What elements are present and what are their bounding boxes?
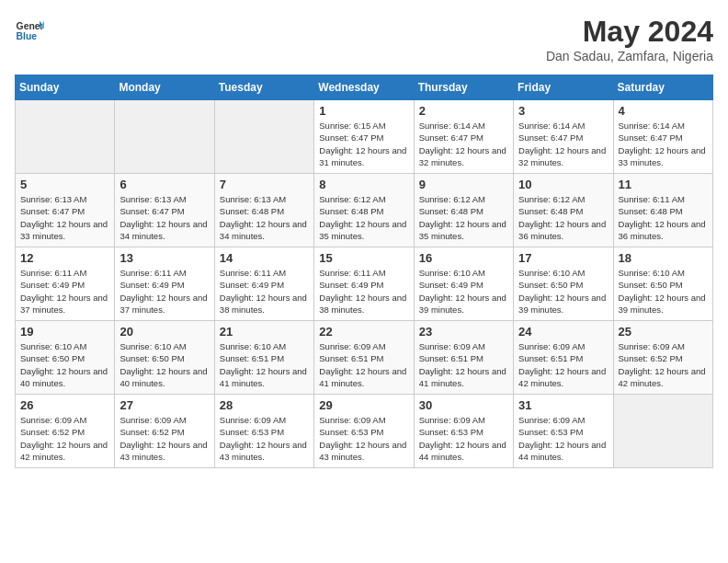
day-info: Sunrise: 6:09 AMSunset: 6:51 PMDaylight:… [518, 340, 608, 389]
day-number: 19 [20, 325, 109, 339]
day-info: Sunrise: 6:09 AMSunset: 6:51 PMDaylight:… [419, 340, 508, 389]
day-info: Sunrise: 6:11 AMSunset: 6:49 PMDaylight:… [119, 267, 209, 316]
day-info: Sunrise: 6:14 AMSunset: 6:47 PMDaylight:… [419, 120, 508, 168]
calendar-cell: 22Sunrise: 6:09 AMSunset: 6:51 PMDayligh… [314, 321, 414, 395]
calendar-cell [214, 100, 313, 174]
day-info: Sunrise: 6:09 AMSunset: 6:53 PMDaylight:… [319, 414, 408, 463]
day-number: 27 [119, 398, 209, 412]
calendar-cell: 4Sunrise: 6:14 AMSunset: 6:47 PMDaylight… [613, 100, 712, 174]
day-number: 6 [119, 178, 209, 191]
calendar-subtitle: Dan Sadau, Zamfara, Nigeria [546, 49, 713, 63]
day-number: 5 [20, 178, 109, 191]
day-number: 28 [220, 398, 309, 412]
calendar-cell: 2Sunrise: 6:14 AMSunset: 6:47 PMDaylight… [414, 100, 513, 174]
column-header-sunday: Sunday [16, 75, 115, 100]
day-info: Sunrise: 6:09 AMSunset: 6:51 PMDaylight:… [319, 340, 408, 389]
calendar-cell: 5Sunrise: 6:13 AMSunset: 6:47 PMDaylight… [16, 174, 115, 247]
calendar-cell: 25Sunrise: 6:09 AMSunset: 6:52 PMDayligh… [613, 321, 712, 395]
day-number: 2 [419, 104, 508, 118]
day-number: 30 [419, 398, 508, 412]
day-info: Sunrise: 6:11 AMSunset: 6:49 PMDaylight:… [20, 267, 109, 316]
day-info: Sunrise: 6:10 AMSunset: 6:50 PMDaylight:… [619, 267, 708, 316]
calendar-table: SundayMondayTuesdayWednesdayThursdayFrid… [15, 75, 713, 468]
day-number: 12 [20, 251, 109, 265]
day-info: Sunrise: 6:14 AMSunset: 6:47 PMDaylight:… [619, 120, 708, 168]
day-info: Sunrise: 6:11 AMSunset: 6:48 PMDaylight:… [619, 193, 708, 242]
calendar-cell: 28Sunrise: 6:09 AMSunset: 6:53 PMDayligh… [214, 395, 313, 468]
day-info: Sunrise: 6:12 AMSunset: 6:48 PMDaylight:… [419, 193, 508, 242]
day-info: Sunrise: 6:13 AMSunset: 6:48 PMDaylight:… [220, 193, 309, 242]
day-info: Sunrise: 6:10 AMSunset: 6:49 PMDaylight:… [419, 267, 508, 316]
day-number: 20 [119, 325, 209, 339]
calendar-cell: 10Sunrise: 6:12 AMSunset: 6:48 PMDayligh… [514, 174, 613, 247]
day-info: Sunrise: 6:10 AMSunset: 6:50 PMDaylight:… [20, 340, 109, 389]
calendar-cell: 15Sunrise: 6:11 AMSunset: 6:49 PMDayligh… [314, 247, 414, 321]
day-number: 16 [419, 251, 508, 265]
calendar-cell: 29Sunrise: 6:09 AMSunset: 6:53 PMDayligh… [314, 395, 414, 468]
day-number: 13 [119, 251, 209, 265]
day-info: Sunrise: 6:09 AMSunset: 6:52 PMDaylight:… [619, 340, 708, 389]
calendar-body: 1Sunrise: 6:15 AMSunset: 6:47 PMDaylight… [16, 100, 713, 468]
column-header-wednesday: Wednesday [314, 75, 414, 100]
day-info: Sunrise: 6:09 AMSunset: 6:52 PMDaylight:… [119, 414, 209, 463]
day-info: Sunrise: 6:09 AMSunset: 6:53 PMDaylight:… [419, 414, 508, 463]
day-info: Sunrise: 6:11 AMSunset: 6:49 PMDaylight:… [319, 267, 408, 316]
day-info: Sunrise: 6:12 AMSunset: 6:48 PMDaylight:… [319, 193, 408, 242]
calendar-cell: 31Sunrise: 6:09 AMSunset: 6:53 PMDayligh… [514, 395, 613, 468]
calendar-cell: 9Sunrise: 6:12 AMSunset: 6:48 PMDaylight… [414, 174, 513, 247]
day-info: Sunrise: 6:09 AMSunset: 6:52 PMDaylight:… [20, 414, 109, 463]
column-header-tuesday: Tuesday [214, 75, 313, 100]
calendar-header-row: SundayMondayTuesdayWednesdayThursdayFrid… [16, 75, 713, 100]
week-row-1: 1Sunrise: 6:15 AMSunset: 6:47 PMDaylight… [16, 100, 713, 174]
day-number: 23 [419, 325, 508, 339]
day-number: 11 [619, 178, 708, 191]
calendar-cell: 13Sunrise: 6:11 AMSunset: 6:49 PMDayligh… [115, 247, 214, 321]
calendar-cell: 19Sunrise: 6:10 AMSunset: 6:50 PMDayligh… [16, 321, 115, 395]
calendar-cell: 26Sunrise: 6:09 AMSunset: 6:52 PMDayligh… [16, 395, 115, 468]
calendar-cell: 30Sunrise: 6:09 AMSunset: 6:53 PMDayligh… [414, 395, 513, 468]
calendar-cell: 8Sunrise: 6:12 AMSunset: 6:48 PMDaylight… [314, 174, 414, 247]
day-number: 24 [518, 325, 608, 339]
day-number: 17 [518, 251, 608, 265]
calendar-cell [16, 100, 115, 174]
day-number: 8 [319, 178, 408, 191]
calendar-cell: 17Sunrise: 6:10 AMSunset: 6:50 PMDayligh… [514, 247, 613, 321]
calendar-cell: 14Sunrise: 6:11 AMSunset: 6:49 PMDayligh… [214, 247, 313, 321]
day-info: Sunrise: 6:10 AMSunset: 6:50 PMDaylight:… [518, 267, 608, 316]
day-number: 14 [220, 251, 309, 265]
svg-text:Blue: Blue [17, 31, 38, 41]
calendar-cell [613, 395, 712, 468]
day-number: 9 [419, 178, 508, 191]
week-row-3: 12Sunrise: 6:11 AMSunset: 6:49 PMDayligh… [16, 247, 713, 321]
day-info: Sunrise: 6:13 AMSunset: 6:47 PMDaylight:… [20, 193, 109, 242]
page-header: General Blue May 2024 Dan Sadau, Zamfara… [15, 15, 713, 63]
day-info: Sunrise: 6:11 AMSunset: 6:49 PMDaylight:… [220, 267, 309, 316]
day-number: 22 [319, 325, 408, 339]
day-number: 4 [619, 104, 708, 118]
day-number: 15 [319, 251, 408, 265]
calendar-cell: 6Sunrise: 6:13 AMSunset: 6:47 PMDaylight… [115, 174, 214, 247]
title-block: May 2024 Dan Sadau, Zamfara, Nigeria [546, 15, 713, 63]
calendar-cell: 24Sunrise: 6:09 AMSunset: 6:51 PMDayligh… [514, 321, 613, 395]
calendar-cell: 21Sunrise: 6:10 AMSunset: 6:51 PMDayligh… [214, 321, 313, 395]
day-number: 25 [619, 325, 708, 339]
day-number: 18 [619, 251, 708, 265]
week-row-2: 5Sunrise: 6:13 AMSunset: 6:47 PMDaylight… [16, 174, 713, 247]
calendar-cell: 11Sunrise: 6:11 AMSunset: 6:48 PMDayligh… [613, 174, 712, 247]
calendar-cell: 1Sunrise: 6:15 AMSunset: 6:47 PMDaylight… [314, 100, 414, 174]
column-header-friday: Friday [514, 75, 613, 100]
day-number: 10 [518, 178, 608, 191]
day-info: Sunrise: 6:09 AMSunset: 6:53 PMDaylight:… [518, 414, 608, 463]
calendar-title: May 2024 [546, 15, 713, 49]
day-info: Sunrise: 6:13 AMSunset: 6:47 PMDaylight:… [119, 193, 209, 242]
calendar-cell: 3Sunrise: 6:14 AMSunset: 6:47 PMDaylight… [514, 100, 613, 174]
column-header-thursday: Thursday [414, 75, 513, 100]
day-number: 26 [20, 398, 109, 412]
day-number: 31 [518, 398, 608, 412]
day-info: Sunrise: 6:12 AMSunset: 6:48 PMDaylight:… [518, 193, 608, 242]
calendar-cell: 7Sunrise: 6:13 AMSunset: 6:48 PMDaylight… [214, 174, 313, 247]
day-number: 3 [518, 104, 608, 118]
day-number: 7 [220, 178, 309, 191]
day-info: Sunrise: 6:15 AMSunset: 6:47 PMDaylight:… [319, 120, 408, 168]
week-row-5: 26Sunrise: 6:09 AMSunset: 6:52 PMDayligh… [16, 395, 713, 468]
